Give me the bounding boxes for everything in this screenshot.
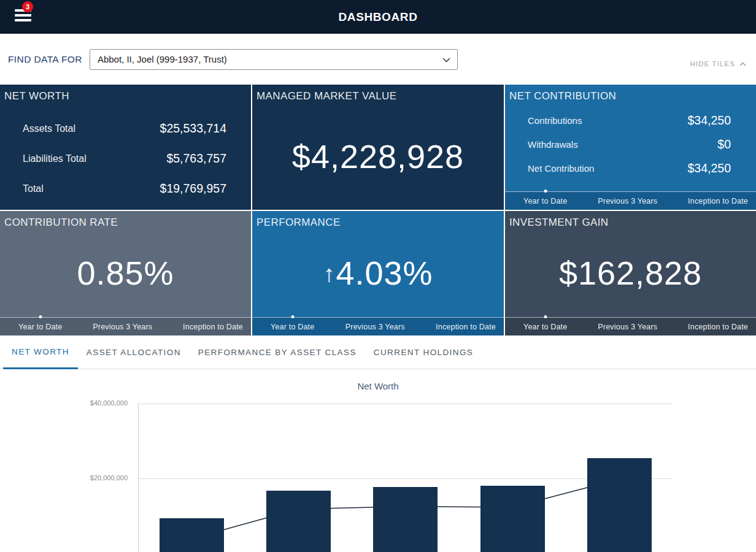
page-title: DASHBOARD bbox=[339, 10, 418, 24]
stat-label: Net Contribution bbox=[528, 163, 594, 174]
period-tab-year-to-date[interactable]: Year to Date bbox=[523, 323, 567, 331]
net-worth-bar bbox=[266, 491, 331, 552]
big-value-wrap: 0.85% bbox=[0, 229, 251, 317]
stat-row: Withdrawals $0 bbox=[505, 132, 756, 156]
notification-badge: 3 bbox=[22, 1, 33, 12]
performance-value: ↑4.03% bbox=[323, 254, 433, 292]
stat-label: Total bbox=[23, 183, 44, 194]
client-selector-value: Abbot, II, Joel (999-1937, Trust) bbox=[98, 54, 227, 64]
stat-row: Contributions $34,250 bbox=[505, 109, 756, 132]
y-axis-line bbox=[138, 404, 139, 552]
stat-value: $25,533,714 bbox=[160, 121, 226, 136]
net-worth-bar bbox=[160, 518, 224, 552]
gridline bbox=[138, 404, 673, 404]
stat-row: Total $19,769,957 bbox=[0, 174, 251, 204]
period-tabs: Year to Date Previous 3 Years Inception … bbox=[0, 317, 251, 335]
client-selector[interactable]: Abbot, II, Joel (999-1937, Trust) bbox=[90, 49, 458, 70]
net-worth-bar bbox=[373, 487, 438, 552]
stat-row: Net Contribution $34,250 bbox=[505, 156, 756, 180]
stat-value: $34,250 bbox=[688, 113, 731, 128]
menu-icon-bar bbox=[15, 19, 31, 21]
chevron-up-icon bbox=[739, 60, 746, 67]
period-tab-inception-to-date[interactable]: Inception to Date bbox=[436, 323, 496, 331]
performance-percent: 4.03% bbox=[336, 255, 433, 291]
menu-icon-bar bbox=[15, 14, 31, 17]
hide-tiles-button[interactable]: HIDE TILES bbox=[690, 60, 746, 67]
tab-performance-by-asset-class[interactable]: PERFORMANCE BY ASSET CLASS bbox=[190, 335, 365, 369]
tile-investment-gain: INVESTMENT GAIN $162,828 Year to Date Pr… bbox=[505, 211, 756, 335]
chevron-down-icon bbox=[442, 54, 450, 64]
stat-value: $34,250 bbox=[688, 161, 731, 175]
stat-value: $19,769,957 bbox=[160, 182, 226, 196]
net-worth-chart: Net Worth $40,000,000 $20,000,000 bbox=[0, 369, 756, 552]
hide-tiles-label: HIDE TILES bbox=[690, 60, 735, 67]
find-data-for-label: FIND DATA FOR bbox=[8, 54, 82, 65]
net-worth-bar bbox=[587, 458, 652, 552]
net-worth-bar bbox=[480, 486, 545, 552]
investment-gain-value: $162,828 bbox=[559, 254, 702, 292]
dashboard-page: { "header": { "title": "DASHBOARD", "men… bbox=[0, 0, 756, 552]
tile-net-contribution: NET CONTRIBUTION Contributions $34,250 W… bbox=[505, 85, 756, 210]
period-tab-year-to-date[interactable]: Year to Date bbox=[271, 323, 314, 331]
tab-current-holdings[interactable]: CURRENT HOLDINGS bbox=[365, 335, 482, 369]
period-tab-previous-3-years[interactable]: Previous 3 Years bbox=[598, 323, 657, 331]
stat-value: $0 bbox=[717, 137, 731, 151]
big-value-wrap: ↑4.03% bbox=[252, 229, 504, 317]
stat-label: Withdrawals bbox=[528, 139, 578, 150]
period-tabs: Year to Date Previous 3 Years Inception … bbox=[505, 317, 756, 335]
top-bar: 3 DASHBOARD bbox=[0, 0, 756, 34]
finder-bar: FIND DATA FOR Abbot, II, Joel (999-1937,… bbox=[0, 34, 756, 85]
tab-asset-allocation[interactable]: ASSET ALLOCATION bbox=[78, 335, 190, 369]
y-tick-label: $40,000,000 bbox=[61, 399, 128, 407]
big-value-wrap: $4,228,928 bbox=[252, 102, 504, 210]
stat-row: Assets Total $25,533,714 bbox=[0, 113, 251, 144]
stat-label: Assets Total bbox=[23, 123, 75, 134]
stat-value: $5,763,757 bbox=[166, 151, 226, 166]
period-tab-inception-to-date[interactable]: Inception to Date bbox=[183, 323, 243, 331]
tile-performance: PERFORMANCE ↑4.03% Year to Date Previous… bbox=[252, 211, 504, 335]
big-value-wrap: $162,828 bbox=[505, 229, 756, 317]
tile-contribution-rate: CONTRIBUTION RATE 0.85% Year to Date Pre… bbox=[0, 211, 251, 335]
managed-market-value: $4,228,928 bbox=[292, 137, 464, 175]
period-tab-year-to-date[interactable]: Year to Date bbox=[18, 323, 62, 331]
contribution-rate-value: 0.85% bbox=[77, 254, 174, 292]
period-tab-inception-to-date[interactable]: Inception to Date bbox=[688, 197, 748, 205]
tab-net-worth[interactable]: NET WORTH bbox=[3, 335, 78, 369]
tiles-grid: NET WORTH Assets Total $25,533,714 Liabi… bbox=[0, 85, 756, 335]
period-tab-previous-3-years[interactable]: Previous 3 Years bbox=[345, 323, 405, 331]
tile-title: INVESTMENT GAIN bbox=[505, 211, 756, 229]
stat-label: Contributions bbox=[528, 115, 582, 126]
tile-title: MANAGED MARKET VALUE bbox=[252, 85, 504, 102]
stat-row: Liabilities Total $5,763,757 bbox=[0, 144, 251, 174]
stat-rows: Contributions $34,250 Withdrawals $0 Net… bbox=[505, 109, 756, 191]
chart-title: Net Worth bbox=[0, 381, 756, 391]
tile-title: PERFORMANCE bbox=[252, 211, 504, 229]
tile-managed-market-value: MANAGED MARKET VALUE $4,228,928 bbox=[252, 85, 504, 210]
stat-label: Liabilities Total bbox=[23, 153, 87, 164]
up-arrow-icon: ↑ bbox=[323, 261, 335, 287]
tile-title: NET WORTH bbox=[0, 85, 251, 102]
period-tab-inception-to-date[interactable]: Inception to Date bbox=[688, 323, 748, 331]
period-tab-previous-3-years[interactable]: Previous 3 Years bbox=[93, 323, 152, 331]
period-tab-previous-3-years[interactable]: Previous 3 Years bbox=[598, 197, 657, 205]
stat-rows: Assets Total $25,533,714 Liabilities Tot… bbox=[0, 113, 251, 204]
tile-title: NET CONTRIBUTION bbox=[505, 85, 756, 102]
y-tick-label: $20,000,000 bbox=[61, 474, 128, 481]
section-tabs: NET WORTH ASSET ALLOCATION PERFORMANCE B… bbox=[0, 335, 756, 369]
period-tab-year-to-date[interactable]: Year to Date bbox=[523, 197, 567, 205]
period-tabs: Year to Date Previous 3 Years Inception … bbox=[252, 317, 504, 335]
tile-title: CONTRIBUTION RATE bbox=[0, 211, 251, 229]
tile-net-worth: NET WORTH Assets Total $25,533,714 Liabi… bbox=[0, 85, 251, 210]
period-tabs: Year to Date Previous 3 Years Inception … bbox=[505, 191, 756, 210]
